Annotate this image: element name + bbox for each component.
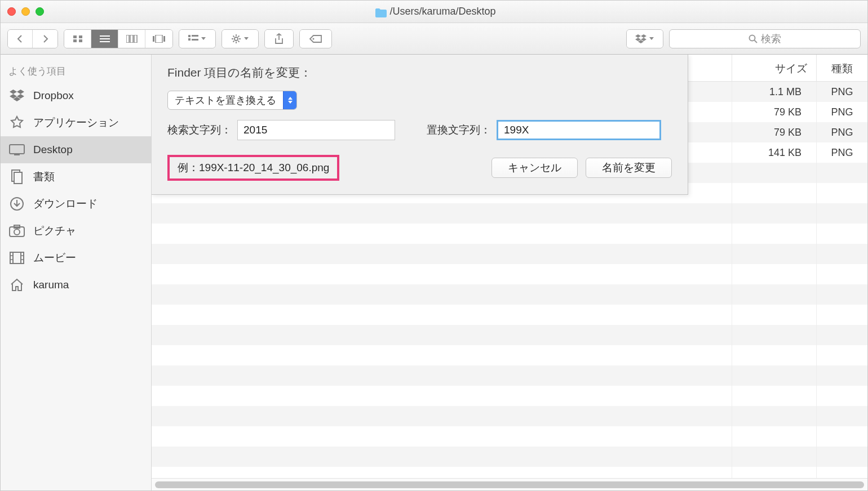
rename-mode-dropdown[interactable]: テキストを置き換える — [167, 91, 297, 110]
close-window-button[interactable] — [7, 7, 16, 16]
toolbar: 検索 — [1, 23, 867, 55]
cell-name — [152, 244, 732, 264]
dropbox-toolbar-button[interactable] — [627, 30, 663, 48]
sidebar-item-downloads[interactable]: ダウンロード — [1, 190, 151, 217]
cell-kind — [817, 183, 867, 203]
titlebar: /Users/karuma/Desktop — [1, 1, 867, 23]
icon-view-button[interactable] — [64, 30, 91, 48]
replace-input[interactable] — [497, 120, 661, 140]
tag-icon — [309, 34, 322, 43]
rename-button[interactable]: 名前を変更 — [586, 158, 672, 178]
cell-size — [732, 345, 817, 365]
sidebar-item-desktop[interactable]: Desktop — [1, 136, 151, 163]
svg-rect-6 — [100, 41, 110, 42]
table-row[interactable] — [152, 345, 867, 365]
column-view-button[interactable] — [118, 30, 145, 48]
cell-kind: PNG — [817, 142, 867, 163]
cell-name — [152, 203, 732, 224]
table-row[interactable] — [152, 284, 867, 305]
svg-rect-5 — [100, 38, 110, 39]
sidebar-item-applications[interactable]: アプリケーション — [1, 109, 151, 136]
find-label: 検索文字列： — [167, 123, 232, 137]
sidebar-item-documents[interactable]: 書類 — [1, 163, 151, 190]
list-view-button[interactable] — [91, 30, 118, 48]
cell-size — [732, 426, 817, 447]
forward-button[interactable] — [33, 30, 57, 48]
table-row[interactable] — [152, 406, 867, 426]
arrange-group — [179, 29, 216, 48]
cell-size: 1.1 MB — [732, 82, 817, 102]
cell-size — [732, 224, 817, 244]
table-row[interactable] — [152, 426, 867, 447]
svg-point-28 — [14, 229, 20, 235]
column-header-kind[interactable]: 種類 — [817, 55, 867, 81]
table-row[interactable] — [152, 325, 867, 345]
svg-rect-8 — [130, 35, 133, 43]
cell-kind: PNG — [817, 102, 867, 122]
search-field[interactable]: 検索 — [669, 29, 861, 48]
svg-rect-10 — [153, 36, 154, 42]
cancel-button[interactable]: キャンセル — [491, 158, 578, 178]
cell-kind — [817, 447, 867, 467]
sidebar-item-label: ムービー — [33, 251, 76, 265]
rename-panel: Finder 項目の名前を変更： テキストを置き換える 検索文字列： 置換文字列… — [152, 55, 688, 195]
cell-kind — [817, 345, 867, 365]
svg-rect-9 — [134, 35, 137, 43]
svg-rect-4 — [100, 35, 110, 37]
share-icon — [274, 33, 284, 44]
zoom-window-button[interactable] — [36, 7, 44, 16]
dropbox-icon — [8, 88, 25, 103]
sidebar-item-dropbox[interactable]: Dropbox — [1, 82, 151, 109]
arrange-button[interactable] — [179, 30, 215, 48]
table-row[interactable] — [152, 244, 867, 264]
table-row[interactable] — [152, 447, 867, 467]
table-row[interactable] — [152, 203, 867, 224]
sidebar-item-home[interactable]: karuma — [1, 271, 151, 298]
window-title: /Users/karuma/Desktop — [389, 6, 495, 17]
applications-icon — [8, 115, 25, 130]
cell-name — [152, 426, 732, 447]
action-button[interactable] — [222, 30, 258, 48]
cell-size: 141 KB — [732, 142, 817, 163]
traffic-lights — [7, 7, 44, 16]
table-row[interactable] — [152, 386, 867, 406]
cell-kind — [817, 426, 867, 447]
cell-name — [152, 345, 732, 365]
svg-rect-3 — [79, 39, 82, 42]
cell-kind — [817, 203, 867, 224]
nav-back-forward — [7, 29, 58, 48]
share-button[interactable] — [265, 30, 293, 48]
cell-kind — [817, 163, 867, 183]
table-row[interactable] — [152, 264, 867, 284]
share-group — [264, 29, 294, 48]
cell-name — [152, 325, 732, 345]
desktop-icon — [8, 142, 25, 157]
cell-name — [152, 365, 732, 386]
coverflow-view-button[interactable] — [145, 30, 172, 48]
sidebar-item-pictures[interactable]: ピクチャ — [1, 217, 151, 244]
replace-label: 置換文字列： — [427, 123, 491, 137]
scrollbar-thumb[interactable] — [155, 481, 864, 488]
tags-button[interactable] — [300, 30, 331, 48]
sidebar-item-movies[interactable]: ムービー — [1, 244, 151, 271]
find-input[interactable] — [237, 120, 395, 140]
cell-size — [732, 447, 817, 467]
horizontal-scrollbar[interactable] — [152, 478, 867, 490]
cell-size — [732, 203, 817, 224]
table-row[interactable] — [152, 305, 867, 325]
rename-panel-title: Finder 項目の名前を変更： — [167, 65, 672, 81]
svg-rect-12 — [163, 36, 165, 42]
minimize-window-button[interactable] — [21, 7, 30, 16]
table-row[interactable] — [152, 224, 867, 244]
content-area: サイズ 種類 1.1 MBPNG79 KBPNG79 KBPNG141 KBPN… — [152, 55, 867, 490]
svg-line-20 — [755, 40, 758, 43]
cell-kind — [817, 305, 867, 325]
svg-rect-11 — [156, 35, 162, 43]
cell-size — [732, 183, 817, 203]
table-row[interactable] — [152, 365, 867, 386]
movies-icon — [8, 251, 25, 265]
back-button[interactable] — [8, 30, 33, 48]
documents-icon — [8, 169, 25, 184]
column-header-size[interactable]: サイズ — [732, 55, 817, 81]
cell-kind: PNG — [817, 82, 867, 102]
